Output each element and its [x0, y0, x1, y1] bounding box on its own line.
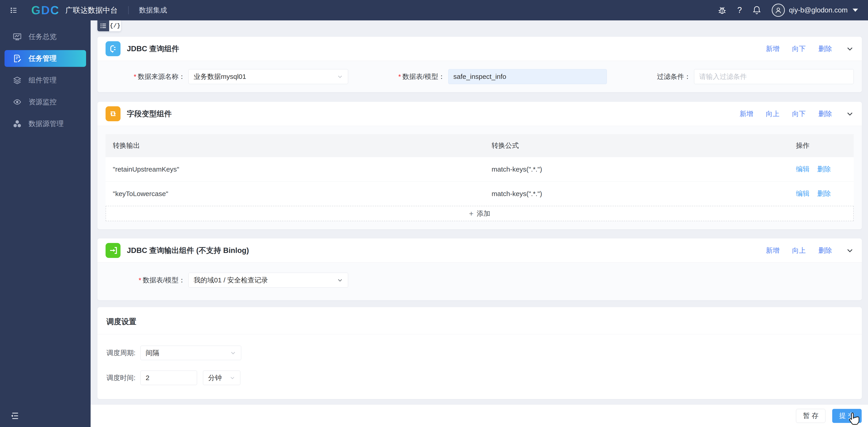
schedule-unit-select[interactable]: 分钟 — [203, 371, 240, 385]
delete-row-link[interactable]: 删除 — [817, 189, 831, 198]
transform-output-cell: "retainUpstreamKeys" — [105, 166, 492, 173]
delete-link[interactable]: 删除 — [818, 246, 832, 255]
transform-output-cell: "keyToLowercase" — [105, 190, 492, 198]
output-table-model-value: 我的域01 / 安全检查记录 — [194, 276, 268, 285]
edit-row-link[interactable]: 编辑 — [796, 189, 810, 198]
collapse-chevron-icon[interactable] — [846, 45, 854, 53]
add-transform-button[interactable]: + 添加 — [105, 206, 854, 221]
main-content: {/} JDBC 查询组件 新增 向下 删除 — [91, 20, 868, 427]
sidebar-item-task-overview[interactable]: 任务总览 — [0, 26, 91, 48]
add-label: 添加 — [476, 209, 490, 218]
submit-label: 提 交 — [839, 411, 855, 421]
help-icon[interactable]: ? — [737, 5, 742, 15]
sidebar: 任务总览 任务管理 组件管理 资源监控 数据源管理 — [0, 20, 91, 427]
column-header-actions: 操作 — [796, 141, 854, 150]
edit-row-link[interactable]: 编辑 — [796, 165, 810, 174]
sidebar-item-label: 任务总览 — [29, 32, 57, 41]
transform-formula-cell: match-keys(".*.") — [492, 166, 796, 173]
list-view-icon — [100, 23, 107, 29]
form-view-button[interactable] — [97, 20, 109, 31]
sidebar-item-label: 数据源管理 — [29, 119, 64, 129]
user-email[interactable]: qiy-b@glodon.com — [789, 6, 847, 14]
table-row: "keyToLowercase" match-keys(".*.") 编辑 删除 — [105, 181, 854, 206]
chevron-down-icon — [230, 375, 235, 380]
schedule-time-input[interactable] — [141, 371, 197, 385]
task-edit-icon — [13, 54, 22, 63]
delete-row-link[interactable]: 删除 — [817, 165, 831, 174]
collapse-chevron-icon[interactable] — [846, 247, 854, 254]
sidebar-item-resource-monitor[interactable]: 资源监控 — [0, 91, 91, 113]
submit-button[interactable]: 提 交 — [832, 409, 862, 423]
notifications-bell-icon[interactable] — [752, 5, 761, 15]
required-asterisk: * — [138, 276, 141, 284]
schedule-settings-title: 调度设置 — [97, 307, 862, 334]
table-model-input[interactable] — [448, 69, 607, 84]
required-asterisk: * — [398, 73, 401, 80]
json-view-button[interactable]: {/} — [109, 20, 121, 31]
move-up-link[interactable]: 向上 — [792, 246, 806, 255]
footer-action-bar: 暂 存 提 交 — [91, 404, 868, 427]
jdbc-query-card: JDBC 查询组件 新增 向下 删除 *数据来源名称： 业务数据mysql01 — [97, 37, 862, 92]
output-table-model-label: *数据表/模型： — [105, 276, 185, 285]
user-menu-caret-icon[interactable] — [852, 9, 858, 12]
jdbc-output-component-icon — [105, 243, 121, 258]
card-title: JDBC 查询输出组件 (不支持 Binlog) — [127, 246, 249, 256]
filter-condition-input[interactable] — [694, 69, 854, 84]
move-up-link[interactable]: 向上 — [766, 109, 779, 118]
card-title: JDBC 查询组件 — [127, 44, 179, 54]
sidebar-item-label: 资源监控 — [29, 97, 57, 107]
jdbc-output-card: JDBC 查询输出组件 (不支持 Binlog) 新增 向上 删除 *数据表/模… — [97, 238, 862, 300]
move-down-link[interactable]: 向下 — [792, 109, 806, 118]
sidebar-item-label: 任务管理 — [29, 54, 57, 63]
delete-link[interactable]: 删除 — [818, 109, 832, 118]
schedule-time-label: 调度时间: — [106, 373, 141, 382]
sidebar-item-task-management[interactable]: 任务管理 — [4, 50, 86, 67]
main-menu-icon[interactable] — [9, 6, 18, 14]
output-table-model-select[interactable]: 我的域01 / 安全检查记录 — [188, 273, 348, 288]
table-model-label: *数据表/模型： — [398, 72, 445, 81]
product-title: 广联达数据中台 — [65, 5, 118, 16]
source-name-value: 业务数据mysql01 — [194, 72, 246, 81]
table-row: "retainUpstreamKeys" match-keys(".*.") 编… — [105, 157, 854, 181]
schedule-period-value: 间隔 — [146, 348, 159, 358]
source-name-label: *数据来源名称： — [105, 72, 185, 81]
column-header-formula: 转换公式 — [492, 141, 796, 150]
move-down-link[interactable]: 向下 — [792, 44, 806, 54]
datasource-cluster-icon — [13, 119, 22, 128]
chevron-down-icon — [337, 74, 343, 80]
schedule-settings-card: 调度设置 调度周期: 间隔 调度时间: 分钟 — [97, 307, 862, 399]
app-name: 数据集成 — [139, 5, 167, 15]
sidebar-item-label: 组件管理 — [29, 76, 57, 85]
sidebar-item-component-management[interactable]: 组件管理 — [0, 69, 91, 91]
column-header-output: 转换输出 — [105, 141, 492, 150]
transform-formula-cell: match-keys(".*.") — [492, 190, 796, 198]
plus-icon: + — [469, 210, 474, 217]
jdbc-query-component-icon — [105, 41, 121, 56]
view-mode-toggle: {/} — [97, 20, 121, 31]
layers-icon — [13, 76, 22, 85]
schedule-period-select[interactable]: 间隔 — [141, 346, 241, 360]
cards-container: JDBC 查询组件 新增 向下 删除 *数据来源名称： 业务数据mysql01 — [91, 37, 868, 399]
source-name-select[interactable]: 业务数据mysql01 — [188, 69, 348, 84]
add-link[interactable]: 新增 — [766, 44, 779, 54]
gdc-logo: GDC — [31, 3, 60, 17]
card-title: 字段变型组件 — [127, 109, 172, 119]
field-transform-component-icon — [105, 106, 121, 121]
sidebar-collapse-icon[interactable] — [10, 412, 20, 420]
topbar: GDC 广联达数据中台 数据集成 ? qiy-b@glodon.com — [0, 0, 868, 20]
field-transform-card: 字段变型组件 新增 向上 向下 删除 转换输出 转换公式 操作 — [97, 102, 862, 229]
user-avatar[interactable] — [772, 4, 785, 17]
topbar-divider — [128, 6, 129, 14]
collapse-chevron-icon[interactable] — [846, 110, 854, 118]
filter-label: 过滤条件： — [657, 72, 691, 81]
add-link[interactable]: 新增 — [766, 246, 779, 255]
add-link[interactable]: 新增 — [740, 109, 753, 118]
dashboard-chart-icon — [13, 32, 22, 41]
delete-link[interactable]: 删除 — [818, 44, 832, 54]
save-draft-button[interactable]: 暂 存 — [796, 409, 826, 423]
schedule-period-label: 调度周期: — [106, 348, 141, 358]
bug-report-icon[interactable] — [717, 5, 727, 15]
required-asterisk: * — [134, 73, 136, 80]
chevron-down-icon — [337, 277, 343, 283]
sidebar-item-datasource-management[interactable]: 数据源管理 — [0, 113, 91, 135]
